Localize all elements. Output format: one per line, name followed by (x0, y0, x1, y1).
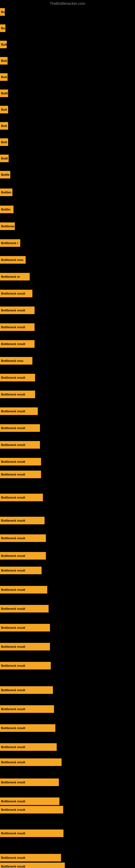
bar-label: Bottleneck result (1, 426, 25, 430)
bar-label: Bottleneck result (1, 707, 25, 711)
bar-item: Bottleneck result (0, 798, 59, 805)
bar-item: Bo (0, 24, 5, 32)
bar-item: Bottleneck result (0, 567, 42, 574)
bar-item: Bottleneck result (0, 340, 35, 348)
bar-label: Bottleneck result (1, 856, 25, 859)
bar-label: Bottleneck result (1, 554, 25, 557)
bar-label: Bottleneck result (1, 410, 25, 413)
bar-label: Bottleneck result (1, 664, 25, 667)
bar-item: Bottleneck result (0, 552, 46, 560)
bar-label: Bottl (1, 157, 8, 160)
bar-label: Bott (1, 108, 7, 111)
bar-label: Bottleneck result (1, 588, 25, 591)
bar-label: Bottle (1, 173, 9, 176)
bar-label: Bottleneck result (1, 745, 25, 749)
bar-label: Bottlenec (1, 225, 14, 228)
bar-item: Bottleneck result (0, 424, 40, 432)
bar-item: Bott (0, 57, 8, 65)
bar-item: Bottleneck result (0, 686, 53, 694)
bar-item: Bottleneck result (0, 290, 32, 297)
bar-label: Bottleneck result (1, 569, 25, 572)
bar-item: Bottleneck re (0, 273, 30, 280)
bar-item: Bottleneck result (0, 517, 45, 524)
bar-label: Bottleneck result (1, 473, 25, 476)
bar-item: Bottler (0, 206, 13, 213)
bar-label: Bottleneck result (1, 443, 25, 446)
bar-item: Bott (0, 122, 8, 130)
bar-label: Bottlen (1, 191, 11, 194)
bar-item: Bottleneck result (0, 724, 55, 732)
bar-label: Bott (1, 59, 7, 62)
bar-label: Bottleneck result (1, 496, 25, 499)
bar-label: Bottleneck result (1, 808, 25, 811)
bar-label: Bott (1, 124, 7, 127)
bar-item: Bottleneck result (0, 458, 41, 465)
bar-item: Bottlen (0, 188, 12, 196)
bar-label: Bo (1, 27, 5, 30)
bar-label: Bottleneck result (1, 536, 25, 540)
bar-item: Bottleneck resu (0, 256, 26, 264)
bar-label: Bottleneck result (1, 460, 25, 463)
bar-item: Bott (0, 73, 8, 81)
bar-item: Bo (0, 8, 5, 16)
bar-label: Bottleneck result (1, 626, 25, 629)
bar-item: Bott (0, 106, 8, 113)
bar-item: Bottle (0, 171, 10, 179)
bar-label: Bottleneck result (1, 292, 25, 295)
bar-item: Bottleneck result (0, 758, 61, 766)
bar-label: Bottleneck result (1, 342, 25, 346)
bar-item: Bottleneck result (0, 391, 35, 398)
bar-item: Bottl (0, 90, 8, 97)
bar-label: Bottleneck result (1, 393, 25, 396)
bar-item: Bottleneck result (0, 863, 65, 868)
bar-label: Bott (1, 141, 7, 144)
bar-item: Bottleneck result (0, 441, 40, 448)
bar-label: Bottleneck result (1, 519, 25, 522)
bar-item: Bottleneck result (0, 307, 35, 314)
bar-item: Bottl (0, 155, 9, 162)
bar-label: Bottleneck result (1, 800, 25, 803)
bar-label: Bott (1, 43, 7, 46)
bar-item: Bottleneck result (0, 662, 51, 670)
bar-label: Bottleneck result (1, 309, 25, 312)
bar-label: Bottleneck result (1, 832, 25, 835)
bar-label: Bottleneck result (1, 645, 25, 648)
bar-item: Bottleneck result (0, 407, 38, 415)
bar-item: Bottleneck result (0, 374, 35, 381)
bar-label: Bottleneck r (1, 241, 18, 245)
bar-item: Bottleneck result (0, 830, 63, 837)
bar-item: Bottleneck r (0, 239, 20, 247)
bar-label: Bott (1, 75, 7, 79)
bar-label: Bottleneck result (1, 607, 25, 610)
bar-label: Bottleneck result (1, 865, 25, 868)
bar-item: Bott (0, 138, 8, 146)
bar-item: Bottleneck result (0, 743, 57, 751)
bar-item: Bottleneck result (0, 643, 50, 650)
bar-label: Bottler (1, 208, 10, 211)
site-title: TheBottlenecker.com (50, 1, 85, 6)
bar-label: Bottleneck result (1, 376, 25, 379)
bar-item: Bottlenec (0, 222, 15, 230)
bar-item: Bottleneck result (0, 624, 50, 631)
bar-item: Bottleneck result (0, 494, 43, 501)
bar-item: Bottleneck result (0, 705, 54, 713)
bar-label: Bottleneck result (1, 781, 25, 784)
bar-label: Bottleneck resu (1, 359, 24, 362)
bar-label: Bottl (1, 92, 8, 95)
bar-label: Bottleneck result (1, 326, 25, 329)
bar-label: Bottleneck result (1, 688, 25, 692)
bar-label: Bottleneck result (1, 761, 25, 764)
bar-label: Bo (1, 10, 5, 13)
bar-item: Bott (0, 41, 7, 48)
bar-item: Bottleneck result (0, 806, 63, 813)
bar-item: Bottleneck result (0, 778, 59, 786)
bar-item: Bottleneck result (0, 586, 47, 593)
bar-label: Bottleneck result (1, 726, 25, 730)
bar-item: Bottleneck result (0, 471, 41, 478)
bar-item: Bottleneck result (0, 854, 61, 862)
bar-label: Bottleneck re (1, 275, 20, 278)
bar-item: Bottleneck resu (0, 357, 32, 365)
bar-label: Bottleneck resu (1, 258, 24, 261)
bar-item: Bottleneck result (0, 605, 49, 613)
bar-item: Bottleneck result (0, 323, 35, 331)
